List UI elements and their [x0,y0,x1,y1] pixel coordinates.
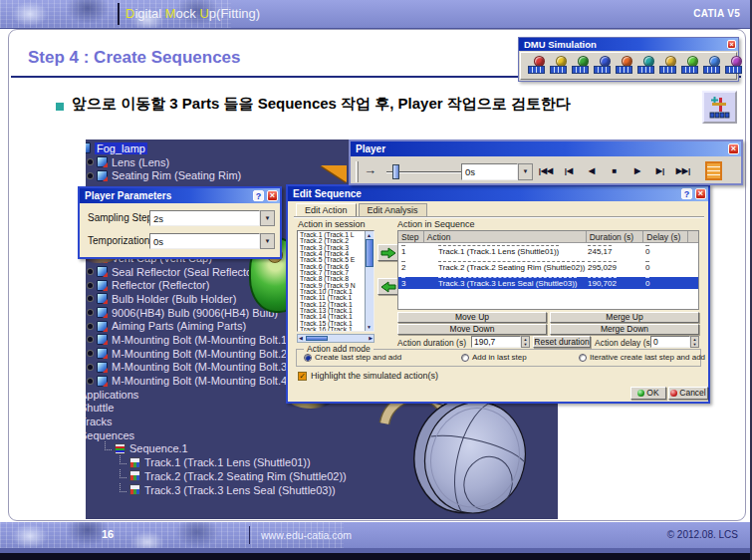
compile-simulation-icon[interactable] [548,56,568,76]
tree-node-icon [120,483,126,492]
generate-replay-icon[interactable] [570,56,590,76]
chevron-down-icon[interactable]: ▼ [260,233,275,249]
player-parameters-dialog: Player Parameters ? × Sampling Step 2s ▼… [78,186,282,259]
checkbox-checked-icon[interactable]: ✓ [298,372,307,381]
toolbar-grip[interactable] [356,161,359,182]
tree-node-icon [88,337,93,342]
tree-item[interactable]: Sequences [86,428,347,442]
delay-spinner[interactable]: ▲▼ [690,336,699,348]
action-delay-label: Action delay (s) [595,338,653,348]
move-up-button[interactable]: Move Up [397,312,547,323]
tab-divider [294,216,704,217]
column-header[interactable]: Action [424,231,587,242]
orange-part-3d [321,165,347,182]
simulation-laws-icon[interactable] [614,56,633,76]
play-forward-button[interactable]: ▶ [627,163,647,179]
cancel-button[interactable]: Cancel [668,387,708,400]
close-icon[interactable]: × [695,188,706,199]
sequence-table-row[interactable]: 2 Track.2 (Track.2 Seating Rim (Shuttle0… [398,261,698,273]
radio-icon [304,354,312,362]
close-icon[interactable]: × [728,143,739,154]
tab[interactable]: Edit Action [296,203,357,217]
close-icon[interactable]: × [727,40,736,49]
sampling-step-combo: 2s ▼ [149,210,275,226]
part-icon [97,293,108,304]
page-number: 16 [102,528,114,540]
sequence-label: Action in Sequence [397,219,475,229]
stop-button[interactable]: ■ [605,163,625,179]
horizontal-scrollbar[interactable]: ◀▶ [297,334,375,343]
part-icon [97,376,108,387]
tree-item[interactable]: Sequence.1 [105,442,347,456]
tree-item[interactable]: Lens (Lens) [88,155,241,169]
dmu-toolbar-titlebar[interactable]: DMU Simulation × [519,38,738,51]
radio-option[interactable]: Create last step and add [304,353,401,362]
tree-item[interactable]: Track.3 (Track.3 Lens Seal (Shuttle03)) [120,483,347,497]
sequence-table-row[interactable]: 3 Track.3 (Track.3 Lens Seal (Shuttle03)… [398,277,698,289]
tree-item[interactable]: Track.1 (Track.1 Lens (Shuttle01)) [120,455,347,469]
player-parameters-titlebar[interactable]: Player Parameters ? × [80,188,280,203]
merge-up-button[interactable]: Merge Up [550,312,699,323]
column-header[interactable] [688,231,698,242]
sequence-table-row[interactable]: 1 Track.1 (Track.1 Lens (Shuttle01)) 245… [398,245,698,257]
step-title: Step 4 : Create Sequences [28,48,241,68]
action-duration-label: Action duration (s) [397,338,466,348]
step-backward-button[interactable]: |◀ [559,163,579,179]
radio-option[interactable]: Iterative create last step and add [579,353,705,362]
track-icon [129,457,140,468]
duration-spinner[interactable]: ▲▼ [521,336,530,348]
add-action-button[interactable] [377,244,399,261]
tree-node-icon [88,283,93,288]
generate-navigable-icon[interactable] [592,56,612,76]
tree-item[interactable]: Seating Rim (Seating Rim) [88,168,241,182]
action-delay-input[interactable] [650,336,690,348]
chevron-down-icon[interactable]: ▼ [260,210,275,226]
sampling-step-value[interactable]: 2s [149,210,260,226]
tree-item[interactable]: Track.2 (Track.2 Seating Rim (Shuttle02)… [120,469,347,483]
clash-icon[interactable] [723,56,743,76]
skip-to-end-button[interactable]: ▶▶| [673,163,693,179]
chevron-down-icon[interactable]: ▼ [518,163,533,180]
time-value[interactable]: 0s [461,163,518,180]
sampling-step-label: Sampling Step [88,212,152,223]
action-duration-input[interactable] [471,336,521,348]
help-icon[interactable]: ? [681,188,692,199]
play-backward-button[interactable]: ◀ [582,163,602,179]
tab[interactable]: Edit Analysis [359,203,427,217]
temporization-value[interactable]: 0s [149,233,260,249]
shuttle-icon[interactable] [657,56,677,76]
list-item[interactable]: Track.16 (Track.1 [300,327,364,332]
remove-action-button[interactable] [377,278,399,295]
website-link[interactable]: www.edu-catia.com [261,529,352,541]
timeline-slider[interactable] [392,164,399,179]
close-icon[interactable]: × [267,190,278,201]
step-forward-button[interactable]: ▶| [650,163,670,179]
player-parameters-button[interactable] [705,161,722,180]
merge-down-button[interactable]: Merge Down [550,324,699,335]
column-header[interactable]: Delay (s) [643,231,688,242]
highlight-option[interactable]: ✓ Highlight the simulated action(s) [298,371,438,381]
skip-to-start-button[interactable]: |◀◀ [536,163,556,179]
banner-divider [118,3,120,25]
column-header[interactable]: Duration (s) [587,231,644,242]
action-session-list[interactable]: Track.1 (Track.1 LTrack.2 (Track.2Track.… [297,230,375,332]
tree-node-icon [88,351,93,356]
player-titlebar[interactable]: Player × [351,141,741,156]
trace-icon[interactable] [701,56,721,76]
column-header[interactable]: Step [398,231,424,242]
vertical-scrollbar[interactable] [365,231,374,331]
reset-duration-button[interactable]: Reset duration [533,336,591,348]
edit-sequence-titlebar[interactable]: Edit Sequence ? × [288,186,708,201]
ok-button[interactable]: OK [630,387,666,400]
fitting-simulation-icon[interactable] [526,56,546,76]
radio-option[interactable]: Add in last step [461,353,527,362]
tree-item[interactable]: Tracks [86,415,347,428]
swept-volume-icon[interactable] [679,56,699,76]
part-icon [97,156,108,167]
move-down-button[interactable]: Move Down [397,324,547,335]
tree-item[interactable]: Fog_lamp [86,141,241,155]
track-icon [129,484,140,495]
edit-sequence-tool-button[interactable] [702,91,737,124]
help-icon[interactable]: ? [253,190,264,201]
replay-icon[interactable] [635,56,655,76]
